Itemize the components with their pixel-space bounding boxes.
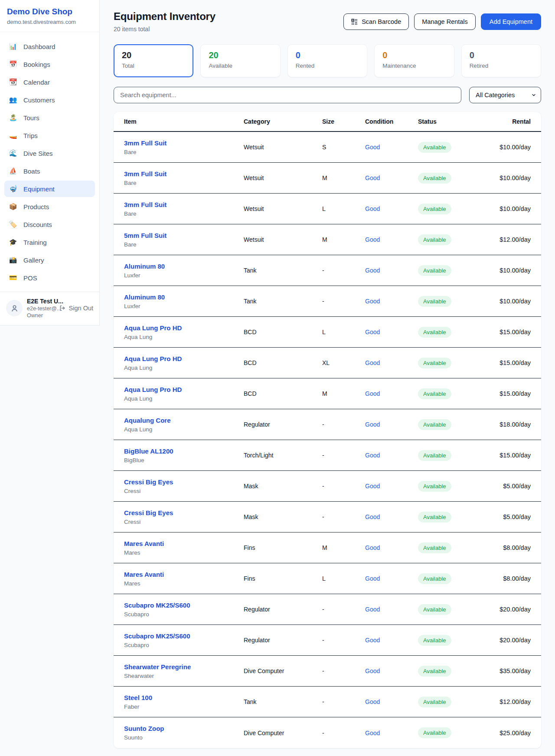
- sidebar-item-pos[interactable]: 💳 POS: [4, 270, 95, 286]
- item-brand: Mares: [124, 580, 244, 587]
- sidebar-item-tours[interactable]: 🏝️ Tours: [4, 109, 95, 126]
- item-name-link[interactable]: Steel 100: [124, 694, 152, 701]
- sidebar-item-label: Trips: [23, 132, 38, 139]
- sign-out-button[interactable]: Sign Out: [59, 305, 93, 312]
- search-box: [114, 87, 461, 103]
- table-row: Aqua Lung Pro HD Aqua Lung BCD XL Good A…: [114, 348, 541, 378]
- sidebar-item-customers[interactable]: 👥 Customers: [4, 92, 95, 108]
- sidebar-item-label: Dashboard: [23, 43, 55, 50]
- manage-rentals-button[interactable]: Manage Rentals: [414, 13, 476, 30]
- item-name-link[interactable]: Aqua Lung Pro HD: [124, 386, 182, 393]
- search-input[interactable]: [114, 87, 461, 103]
- item-name-link[interactable]: Mares Avanti: [124, 540, 164, 547]
- item-condition-link[interactable]: Good: [365, 267, 380, 274]
- item-condition-link[interactable]: Good: [365, 698, 380, 705]
- item-condition-link[interactable]: Good: [365, 329, 380, 335]
- item-category: Regulator: [244, 606, 322, 613]
- sidebar-item-products[interactable]: 📦 Products: [4, 198, 95, 215]
- head-actions: Scan Barcode Manage Rentals Add Equipmen…: [343, 13, 541, 30]
- item-name-link[interactable]: Cressi Big Eyes: [124, 509, 173, 516]
- category-select-wrap: All Categories: [469, 87, 541, 103]
- item-condition-link[interactable]: Good: [365, 667, 380, 674]
- item-name-link[interactable]: Cressi Big Eyes: [124, 478, 173, 486]
- sidebar-item-bookings[interactable]: 📅 Bookings: [4, 56, 95, 72]
- sidebar-item-discounts[interactable]: 🏷️ Discounts: [4, 216, 95, 233]
- item-name-link[interactable]: 3mm Full Suit: [124, 139, 166, 147]
- item-name-link[interactable]: Aqua Lung Pro HD: [124, 355, 182, 362]
- item-condition-link[interactable]: Good: [365, 730, 380, 736]
- item-name-link[interactable]: Shearwater Peregrine: [124, 663, 191, 671]
- item-name-link[interactable]: 3mm Full Suit: [124, 170, 166, 177]
- sidebar-item-calendar[interactable]: 📆 Calendar: [4, 74, 95, 90]
- stat-card-maintenance[interactable]: 0 Maintenance: [374, 44, 454, 77]
- item-brand: Scubapro: [124, 611, 244, 618]
- item-condition-link[interactable]: Good: [365, 174, 380, 181]
- item-condition-link[interactable]: Good: [365, 483, 380, 490]
- item-category: Tank: [244, 298, 322, 305]
- item-name-link[interactable]: 5mm Full Suit: [124, 232, 166, 239]
- scan-barcode-button[interactable]: Scan Barcode: [343, 13, 409, 30]
- equipment-table: Item Category Size Condition Status Rent…: [114, 112, 541, 748]
- category-select[interactable]: All Categories: [469, 87, 541, 103]
- table-row: Cressi Big Eyes Cressi Mask - Good Avail…: [114, 471, 541, 502]
- sidebar-item-label: Boats: [23, 168, 40, 175]
- stat-card-rented[interactable]: 0 Rented: [287, 44, 367, 77]
- item-cell: Aluminum 80 Luxfer: [114, 263, 244, 279]
- item-condition-link[interactable]: Good: [365, 544, 380, 551]
- item-condition-link[interactable]: Good: [365, 144, 380, 151]
- item-category: Regulator: [244, 637, 322, 644]
- item-size: -: [322, 298, 365, 305]
- item-name-link[interactable]: Aqua Lung Pro HD: [124, 324, 182, 332]
- item-status-cell: Available: [418, 358, 487, 368]
- sidebar-item-training[interactable]: 🎓 Training: [4, 234, 95, 250]
- item-condition-link[interactable]: Good: [365, 236, 380, 243]
- item-condition-link[interactable]: Good: [365, 298, 380, 305]
- item-name-link[interactable]: Scubapro MK25/S600: [124, 632, 190, 640]
- item-name-link[interactable]: Suunto Zoop: [124, 725, 164, 732]
- sidebar-item-dive-sites[interactable]: 🌊 Dive Sites: [4, 145, 95, 161]
- item-name-link[interactable]: Aqualung Core: [124, 417, 171, 424]
- item-condition-link[interactable]: Good: [365, 390, 380, 397]
- item-cell: Steel 100 Faber: [114, 694, 244, 710]
- item-condition-cell: Good: [365, 606, 418, 613]
- item-category: Tank: [244, 267, 322, 274]
- item-condition-link[interactable]: Good: [365, 606, 380, 613]
- item-brand: Bare: [124, 180, 244, 186]
- stat-card-retired[interactable]: 0 Retired: [461, 44, 541, 77]
- sidebar-item-gallery[interactable]: 📸 Gallery: [4, 252, 95, 268]
- add-equipment-button[interactable]: Add Equipment: [481, 13, 541, 30]
- sidebar-item-label: Equipment: [23, 185, 55, 193]
- item-category: Regulator: [244, 421, 322, 428]
- tag-icon: 🏷️: [9, 220, 17, 228]
- brand-title: Demo Dive Shop: [7, 7, 92, 16]
- item-condition-link[interactable]: Good: [365, 575, 380, 582]
- item-name-link[interactable]: BigBlue AL1200: [124, 447, 173, 455]
- item-name-link[interactable]: Mares Avanti: [124, 571, 164, 578]
- stat-card-available[interactable]: 20 Available: [200, 44, 280, 77]
- item-condition-link[interactable]: Good: [365, 637, 380, 644]
- item-condition-link[interactable]: Good: [365, 359, 380, 366]
- item-condition-link[interactable]: Good: [365, 452, 380, 459]
- item-name-link[interactable]: Scubapro MK25/S600: [124, 602, 190, 609]
- sidebar-item-boats[interactable]: ⛵ Boats: [4, 163, 95, 179]
- item-cell: Aluminum 80 Luxfer: [114, 293, 244, 309]
- sidebar-item-label: Discounts: [23, 221, 52, 228]
- item-status-cell: Available: [418, 573, 487, 584]
- sidebar-item-dashboard[interactable]: 📊 Dashboard: [4, 38, 95, 55]
- item-brand: Bare: [124, 241, 244, 248]
- item-name-link[interactable]: Aluminum 80: [124, 263, 165, 270]
- item-condition-cell: Good: [365, 329, 418, 335]
- diving-mask-icon: 🤿: [9, 185, 17, 193]
- stat-value: 20: [122, 50, 185, 60]
- item-condition-link[interactable]: Good: [365, 421, 380, 428]
- sidebar-item-trips[interactable]: 🚤 Trips: [4, 127, 95, 144]
- stat-card-total[interactable]: 20 Total: [114, 44, 193, 77]
- item-name-link[interactable]: Aluminum 80: [124, 293, 165, 301]
- item-condition-link[interactable]: Good: [365, 513, 380, 520]
- item-condition-link[interactable]: Good: [365, 205, 380, 212]
- sidebar-item-equipment[interactable]: 🤿 Equipment: [4, 181, 95, 197]
- item-category: Wetsuit: [244, 205, 322, 212]
- item-name-link[interactable]: 3mm Full Suit: [124, 201, 166, 208]
- sidebar-item-label: Gallery: [23, 256, 44, 264]
- item-condition-cell: Good: [365, 205, 418, 212]
